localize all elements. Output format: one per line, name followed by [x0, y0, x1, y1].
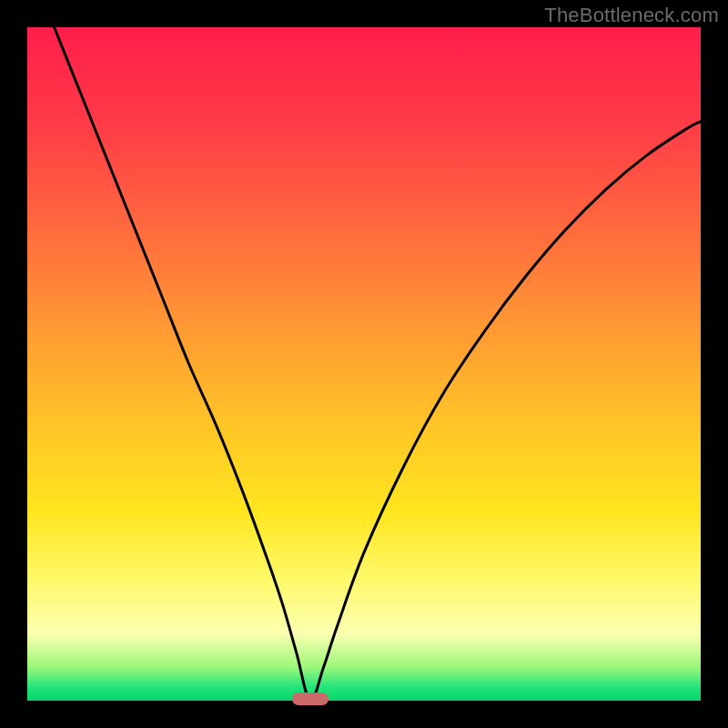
bottleneck-curve [27, 27, 701, 701]
watermark-text: TheBottleneck.com [544, 4, 719, 27]
chart-frame: TheBottleneck.com [0, 0, 728, 728]
balance-marker [292, 693, 329, 705]
plot-area [27, 27, 701, 701]
